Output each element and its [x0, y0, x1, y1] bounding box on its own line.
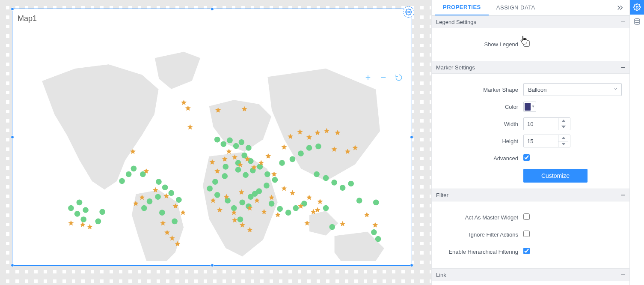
- map-marker-circle[interactable]: [290, 156, 296, 162]
- resize-handle-left[interactable]: [11, 135, 14, 139]
- input-height[interactable]: [524, 135, 558, 147]
- map-surface[interactable]: [17, 35, 407, 261]
- select-marker-shape[interactable]: Balloon: [523, 83, 622, 96]
- collapse-section-icon[interactable]: −: [620, 18, 625, 27]
- map-marker-star[interactable]: [275, 212, 281, 217]
- map-marker-star[interactable]: [317, 199, 323, 204]
- map-marker-star[interactable]: [185, 105, 191, 111]
- map-marker-circle[interactable]: [272, 177, 278, 183]
- map-marker-circle[interactable]: [212, 179, 218, 185]
- map-marker-circle[interactable]: [243, 172, 249, 178]
- map-marker-circle[interactable]: [356, 198, 362, 204]
- map-marker-circle[interactable]: [246, 145, 252, 151]
- map-marker-star[interactable]: [187, 124, 193, 129]
- map-marker-circle[interactable]: [68, 205, 74, 211]
- map-marker-star[interactable]: [315, 207, 321, 212]
- map-marker-star[interactable]: [226, 149, 232, 154]
- spinner-up-icon[interactable]: [558, 135, 568, 141]
- map-marker-circle[interactable]: [235, 167, 241, 173]
- map-marker-star[interactable]: [281, 144, 287, 149]
- map-marker-circle[interactable]: [252, 191, 258, 197]
- map-marker-star[interactable]: [68, 220, 74, 225]
- checkbox-advanced[interactable]: [523, 154, 530, 161]
- map-marker-circle[interactable]: [74, 211, 80, 217]
- map-marker-star[interactable]: [180, 210, 186, 215]
- checkbox-master-widget[interactable]: [523, 213, 530, 220]
- map-marker-circle[interactable]: [168, 190, 174, 196]
- map-marker-star[interactable]: [306, 195, 312, 200]
- map-marker-circle[interactable]: [221, 141, 227, 147]
- map-marker-star[interactable]: [372, 222, 378, 227]
- customize-button[interactable]: Customize: [523, 169, 588, 183]
- checkbox-hierarchical[interactable]: [523, 248, 530, 254]
- map-marker-circle[interactable]: [298, 150, 304, 156]
- map-marker-circle[interactable]: [375, 236, 381, 242]
- map-marker-circle[interactable]: [162, 184, 168, 190]
- map-marker-star[interactable]: [290, 190, 295, 195]
- checkbox-show-legend[interactable]: [523, 40, 530, 47]
- map-marker-circle[interactable]: [222, 173, 228, 179]
- map-marker-circle[interactable]: [315, 144, 321, 150]
- map-marker-circle[interactable]: [227, 138, 233, 144]
- map-marker-circle[interactable]: [237, 216, 243, 222]
- map-marker-circle[interactable]: [126, 171, 132, 177]
- map-marker-circle[interactable]: [172, 219, 178, 225]
- section-header-link[interactable]: Link −: [432, 268, 629, 281]
- map-marker-circle[interactable]: [323, 205, 329, 211]
- section-header-filter[interactable]: Filter −: [432, 189, 629, 201]
- resize-handle-right[interactable]: [410, 135, 413, 139]
- map-marker-circle[interactable]: [331, 180, 337, 186]
- resize-handle-bottom-left[interactable]: [11, 264, 14, 267]
- resize-handle-bottom[interactable]: [211, 264, 214, 267]
- map-marker-circle[interactable]: [83, 207, 89, 213]
- map-marker-star[interactable]: [87, 224, 92, 229]
- map-marker-circle[interactable]: [279, 160, 285, 166]
- map-marker-circle[interactable]: [214, 137, 220, 143]
- map-marker-circle[interactable]: [155, 194, 161, 200]
- tab-assign-data[interactable]: ASSIGN DATA: [489, 0, 543, 15]
- map-marker-circle[interactable]: [340, 185, 346, 191]
- map-marker-star[interactable]: [281, 186, 287, 191]
- map-marker-circle[interactable]: [176, 197, 182, 203]
- map-marker-circle[interactable]: [239, 200, 245, 206]
- collapse-section-icon[interactable]: −: [620, 270, 625, 279]
- map-marker-circle[interactable]: [77, 200, 83, 206]
- map-marker-star[interactable]: [80, 222, 86, 227]
- checkbox-ignore-filter[interactable]: [523, 231, 530, 237]
- map-widget[interactable]: Map1: [12, 9, 412, 266]
- map-marker-circle[interactable]: [241, 153, 247, 159]
- map-marker-circle[interactable]: [147, 198, 153, 204]
- rail-settings-button[interactable]: [630, 0, 644, 15]
- resize-handle-bottom-right[interactable]: [410, 264, 413, 267]
- map-marker-circle[interactable]: [159, 210, 165, 216]
- map-marker-circle[interactable]: [277, 206, 283, 212]
- map-marker-circle[interactable]: [95, 219, 101, 225]
- map-marker-circle[interactable]: [373, 200, 379, 206]
- map-marker-circle[interactable]: [323, 175, 329, 181]
- map-marker-circle[interactable]: [264, 183, 270, 189]
- collapse-section-icon[interactable]: −: [620, 191, 625, 200]
- collapse-section-icon[interactable]: −: [620, 63, 625, 72]
- map-marker-circle[interactable]: [119, 178, 125, 184]
- map-marker-star[interactable]: [364, 212, 370, 217]
- map-marker-circle[interactable]: [156, 179, 162, 185]
- map-marker-circle[interactable]: [99, 209, 105, 215]
- resize-handle-top-left[interactable]: [11, 7, 14, 11]
- map-marker-circle[interactable]: [306, 145, 312, 151]
- spinner-down-icon[interactable]: [558, 141, 568, 147]
- collapse-panel-icon[interactable]: [614, 0, 626, 15]
- map-marker-circle[interactable]: [207, 186, 213, 192]
- map-marker-circle[interactable]: [131, 166, 137, 172]
- spinner-down-icon[interactable]: [558, 124, 568, 130]
- map-marker-star[interactable]: [340, 221, 345, 226]
- map-marker-circle[interactable]: [314, 171, 320, 177]
- resize-handle-top[interactable]: [211, 7, 214, 11]
- map-marker-star[interactable]: [265, 153, 271, 158]
- map-marker-star[interactable]: [181, 100, 187, 105]
- map-marker-circle[interactable]: [285, 210, 291, 216]
- widget-settings-button[interactable]: [403, 6, 414, 18]
- map-marker-circle[interactable]: [329, 224, 335, 230]
- map-marker-circle[interactable]: [269, 201, 275, 207]
- map-marker-circle[interactable]: [141, 205, 147, 211]
- map-marker-circle[interactable]: [80, 216, 86, 222]
